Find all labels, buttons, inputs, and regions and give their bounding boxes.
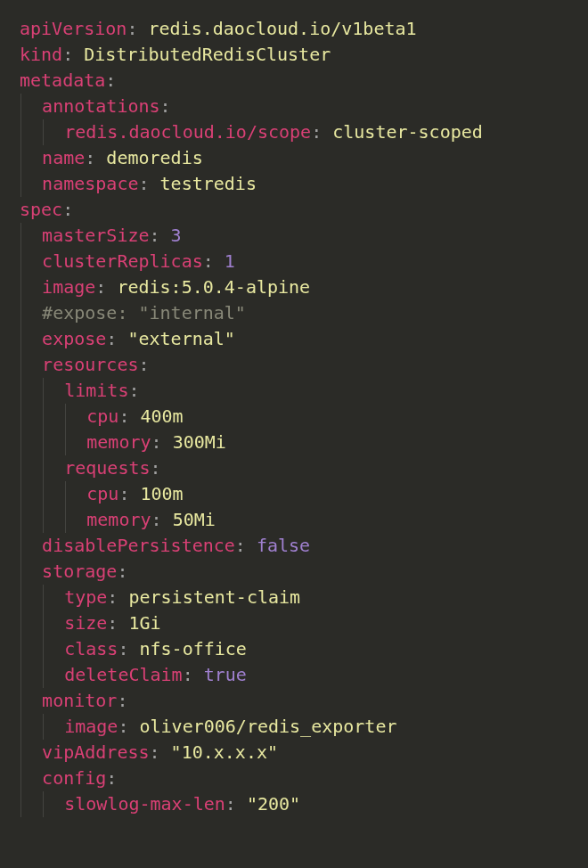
yaml-line: requests: — [20, 455, 568, 481]
yaml-value: persistent-claim — [128, 586, 300, 608]
yaml-key: config — [42, 767, 106, 789]
yaml-key: annotations — [42, 95, 159, 117]
yaml-line: config: — [20, 766, 568, 791]
yaml-value: 300Mi — [173, 431, 226, 453]
yaml-line: kind: DistributedRedisCluster — [20, 42, 568, 68]
yaml-line: metadata: — [20, 68, 568, 94]
yaml-value: demoredis — [106, 147, 202, 168]
yaml-key: apiVersion — [20, 18, 127, 39]
yaml-line: resources: — [20, 352, 568, 378]
yaml-value: testredis — [160, 173, 257, 194]
yaml-line: memory: 300Mi — [20, 430, 568, 455]
yaml-line: size: 1Gi — [20, 610, 568, 636]
yaml-value: nfs-office — [140, 638, 247, 659]
yaml-value: "200" — [247, 793, 300, 815]
yaml-value: redis.daocloud.io/v1beta1 — [149, 18, 417, 39]
yaml-line: masterSize: 3 — [20, 223, 568, 249]
yaml-key: requests — [64, 457, 150, 479]
yaml-key: deleteClaim — [64, 664, 182, 685]
yaml-line: name: demoredis — [20, 145, 568, 171]
yaml-line: monitor: — [20, 688, 568, 714]
yaml-key: spec — [20, 199, 62, 220]
yaml-key: redis.daocloud.io/scope — [64, 121, 311, 143]
yaml-comment: #expose: "internal" — [42, 302, 246, 323]
yaml-key: cpu — [86, 483, 118, 504]
yaml-line: slowlog-max-len: "200" — [20, 791, 568, 817]
yaml-line: class: nfs-office — [20, 636, 568, 662]
yaml-key: namespace — [42, 173, 138, 194]
yaml-key: cpu — [86, 405, 118, 427]
yaml-key: memory — [86, 509, 151, 530]
yaml-line: limits: — [20, 378, 568, 404]
yaml-value: "external" — [127, 328, 234, 349]
yaml-code-block: apiVersion: redis.daocloud.io/v1beta1 ki… — [20, 16, 568, 817]
yaml-line: image: redis:5.0.4-alpine — [20, 274, 568, 300]
yaml-value: 1Gi — [128, 612, 160, 634]
yaml-line: expose: "external" — [20, 326, 568, 352]
yaml-value: 3 — [171, 225, 182, 246]
yaml-value: "10.x.x.x" — [171, 741, 278, 763]
yaml-key: resources — [42, 354, 138, 375]
yaml-key: memory — [86, 431, 151, 453]
yaml-key: class — [64, 638, 118, 659]
yaml-line: cpu: 100m — [20, 481, 568, 507]
yaml-key: metadata — [20, 70, 105, 91]
yaml-key: kind — [20, 44, 62, 65]
yaml-line: vipAddress: "10.x.x.x" — [20, 740, 568, 766]
yaml-value: 1 — [225, 250, 235, 272]
yaml-value: true — [204, 664, 247, 685]
yaml-line: image: oliver006/redis_exporter — [20, 714, 568, 740]
yaml-line: redis.daocloud.io/scope: cluster-scoped — [20, 119, 568, 145]
yaml-line: cpu: 400m — [20, 404, 568, 430]
yaml-key: storage — [42, 561, 117, 582]
yaml-key: name — [42, 147, 85, 168]
yaml-key: slowlog-max-len — [64, 793, 225, 815]
yaml-key: expose — [42, 328, 106, 349]
yaml-line: type: persistent-claim — [20, 585, 568, 610]
yaml-value: cluster-scoped — [332, 121, 483, 143]
yaml-value: 400m — [141, 405, 184, 427]
yaml-key: type — [64, 586, 107, 608]
yaml-value: redis:5.0.4-alpine — [117, 276, 310, 298]
yaml-key: clusterReplicas — [42, 250, 203, 272]
yaml-key: image — [42, 276, 95, 298]
yaml-key: limits — [64, 380, 128, 401]
yaml-key: size — [64, 612, 107, 634]
yaml-key: disablePersistence — [42, 535, 235, 556]
yaml-line: #expose: "internal" — [20, 300, 568, 326]
yaml-line: apiVersion: redis.daocloud.io/v1beta1 — [20, 16, 568, 42]
yaml-value: 50Mi — [173, 509, 216, 530]
yaml-line: deleteClaim: true — [20, 662, 568, 688]
yaml-line: annotations: — [20, 94, 568, 119]
yaml-line: disablePersistence: false — [20, 533, 568, 559]
yaml-line: clusterReplicas: 1 — [20, 249, 568, 274]
yaml-key: monitor — [42, 690, 117, 711]
yaml-line: namespace: testredis — [20, 171, 568, 197]
yaml-key: vipAddress — [42, 741, 149, 763]
yaml-value: 100m — [141, 483, 184, 504]
yaml-key: masterSize — [42, 225, 149, 246]
yaml-key: image — [64, 716, 118, 737]
yaml-value: false — [257, 535, 310, 556]
yaml-line: memory: 50Mi — [20, 507, 568, 533]
yaml-line: spec: — [20, 197, 568, 223]
yaml-value: DistributedRedisCluster — [84, 44, 331, 65]
yaml-line: storage: — [20, 559, 568, 585]
yaml-value: oliver006/redis_exporter — [140, 716, 397, 737]
